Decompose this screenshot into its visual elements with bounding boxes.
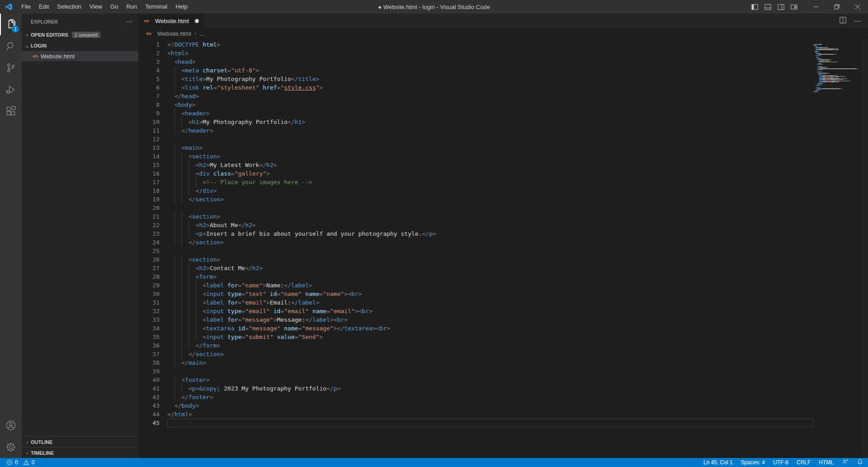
chevron-right-icon: › (24, 32, 31, 38)
customize-layout-icon[interactable] (791, 4, 797, 10)
extensions-icon[interactable] (0, 100, 22, 122)
toggle-panel-icon[interactable] (764, 4, 771, 10)
search-icon[interactable] (0, 35, 22, 57)
settings-gear-icon[interactable] (0, 436, 22, 458)
outline-section[interactable]: › OUTLINE (22, 436, 138, 447)
eol-sequence[interactable]: CRLF (797, 459, 811, 466)
folder-login-section[interactable]: ⌄ LOGIN (22, 40, 138, 51)
timeline-label: TIMELINE (31, 450, 54, 456)
indentation[interactable]: Spaces: 4 (741, 459, 765, 466)
line-number: 16 (138, 169, 167, 178)
timeline-section[interactable]: › TIMELINE (22, 447, 138, 458)
vscode-logo-icon[interactable] (5, 2, 14, 11)
editor-scrollbar[interactable] (862, 39, 868, 458)
language-mode[interactable]: HTML (819, 459, 834, 466)
breadcrumb[interactable]: <> Website.html › ... (138, 28, 868, 39)
code-line: 44</html> (138, 410, 868, 419)
code-line: 42</footer> (138, 393, 868, 401)
line-number: 24 (138, 238, 167, 247)
menu-item-help[interactable]: Help (171, 0, 192, 14)
line-number: 42 (138, 393, 167, 401)
menu-item-edit[interactable]: Edit (35, 0, 53, 14)
code-line: 6<link rel="stylesheet" href="style.css"… (138, 83, 868, 92)
code-line: 40<footer> (138, 376, 868, 384)
explorer-more-actions-icon[interactable]: ⋯ (126, 18, 133, 26)
account-icon[interactable] (0, 415, 22, 436)
code-line: 30<input type="text" id="name" name="nam… (138, 290, 868, 298)
code-line: 24</section> (138, 238, 868, 247)
current-line-highlight (167, 419, 813, 427)
menu-item-run[interactable]: Run (122, 0, 141, 14)
line-number: 13 (138, 143, 167, 152)
line-number: 15 (138, 161, 167, 169)
line-number: 4 (138, 66, 167, 75)
toggle-secondary-sidebar-icon[interactable] (778, 4, 784, 10)
tab-website-html[interactable]: <> Website.html (138, 14, 204, 28)
menu-item-selection[interactable]: Selection (53, 0, 85, 14)
line-number: 30 (138, 290, 167, 298)
html-file-icon: <> (146, 31, 151, 36)
encoding[interactable]: UTF-8 (773, 459, 788, 466)
code-editor[interactable]: 1<!DOCTYPE html>2<html>3<head>4<meta cha… (138, 39, 868, 458)
problems-status[interactable]: 0 0 (6, 459, 34, 466)
code-line: 37</section> (138, 350, 868, 358)
run-and-debug-icon[interactable] (0, 79, 22, 100)
line-number: 17 (138, 178, 167, 186)
explorer-icon[interactable]: 1 (0, 14, 22, 35)
line-number: 9 (138, 109, 167, 118)
source-control-icon[interactable] (0, 57, 22, 79)
breadcrumb-file[interactable]: Website.html (157, 30, 191, 37)
minimize-button[interactable] (806, 0, 826, 14)
open-editors-section[interactable]: › OPEN EDITORS 1 unsaved (22, 29, 138, 40)
code-line: 28<form> (138, 272, 868, 281)
editor-more-actions-icon[interactable]: ⋯ (854, 17, 861, 25)
code-line: 11</header> (138, 126, 868, 135)
line-number: 7 (138, 92, 167, 100)
unsaved-badge: 1 unsaved (72, 32, 100, 38)
menu-item-view[interactable]: View (85, 0, 106, 14)
menu-item-terminal[interactable]: Terminal (141, 0, 171, 14)
close-button[interactable] (847, 0, 868, 14)
feedback-icon[interactable] (842, 458, 849, 467)
line-number: 38 (138, 358, 167, 367)
line-number: 5 (138, 75, 167, 83)
code-line: 29<label for="name">Name:</label> (138, 281, 868, 290)
code-line: 39 (138, 367, 868, 376)
restore-button[interactable] (826, 0, 847, 14)
split-editor-icon[interactable] (840, 17, 846, 25)
line-number: 29 (138, 281, 167, 290)
minimap[interactable] (813, 41, 862, 100)
menu-item-file[interactable]: File (17, 0, 35, 14)
code-lines: 1<!DOCTYPE html>2<html>3<head>4<meta cha… (138, 40, 868, 427)
code-line: 8<body> (138, 100, 868, 109)
line-number: 23 (138, 229, 167, 238)
code-line: 17<!-- Place your images here --> (138, 178, 868, 186)
line-number: 39 (138, 367, 167, 376)
explorer-sidebar: EXPLORER ⋯ › OPEN EDITORS 1 unsaved ⌄ LO… (22, 14, 138, 458)
line-number: 31 (138, 298, 167, 307)
unsaved-dot-icon[interactable] (195, 19, 199, 23)
tab-bar: <> Website.html ⋯ (138, 14, 868, 28)
line-number: 33 (138, 315, 167, 324)
code-line: 10<h1>My Photography Portfolio</h1> (138, 118, 868, 126)
chevron-right-icon: › (24, 450, 31, 456)
file-item-website-html[interactable]: <> Website.html (22, 51, 138, 61)
line-number: 18 (138, 186, 167, 195)
line-number: 3 (138, 57, 167, 66)
line-number: 1 (138, 40, 167, 49)
line-number: 41 (138, 384, 167, 393)
line-number: 44 (138, 410, 167, 419)
notifications-bell-icon[interactable] (857, 458, 863, 467)
outline-label: OUTLINE (31, 439, 52, 445)
line-number: 21 (138, 212, 167, 221)
menu-item-go[interactable]: Go (106, 0, 122, 14)
toggle-sidebar-icon[interactable] (751, 4, 758, 10)
cursor-position[interactable]: Ln 45, Col 1 (703, 459, 733, 466)
breadcrumb-symbol[interactable]: ... (199, 30, 204, 37)
chevron-right-icon: › (194, 30, 196, 37)
code-line: 45 (138, 419, 868, 427)
code-line: 32<input type="email" id="email" name="e… (138, 307, 868, 315)
code-line: 9<header> (138, 109, 868, 118)
code-line: 35<input type="submit" value="Send"> (138, 333, 868, 341)
code-line: 15<h2>My Latest Work</h2> (138, 161, 868, 169)
